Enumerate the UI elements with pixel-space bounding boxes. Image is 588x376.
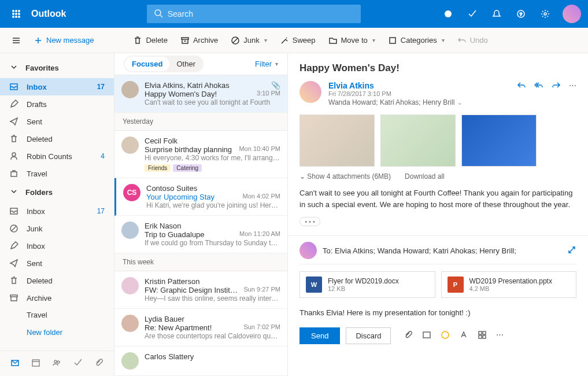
todo-icon[interactable]	[465, 7, 479, 21]
filter-button[interactable]: Filter▾	[255, 60, 278, 68]
undo-button[interactable]: Undo	[453, 34, 493, 47]
category-tag[interactable]: Friends	[145, 164, 171, 172]
message-row[interactable]: Elvia Atkins, Katri Ahokas📎 Happy Women'…	[114, 75, 287, 113]
download-all-link[interactable]: Download all	[405, 172, 445, 180]
sidebar-item-inbox[interactable]: Inbox 17	[0, 202, 114, 220]
sidebar-section-toggle[interactable]: Folders	[0, 182, 114, 202]
chevron-down-icon: ▾	[275, 61, 278, 67]
sidebar-item-drafts[interactable]: Drafts	[0, 95, 114, 113]
sidebar-item-archive[interactable]: Archive	[0, 289, 114, 307]
show-attachments-link[interactable]: ⌄ Show 4 attachments (6MB)	[299, 172, 391, 180]
emoji-icon[interactable]	[441, 330, 450, 341]
sidebar-item-inbox[interactable]: Inbox 17	[0, 78, 114, 95]
settings-icon[interactable]	[538, 7, 552, 21]
svg-rect-31	[32, 360, 39, 366]
search-input[interactable]	[168, 9, 354, 19]
attachment-card[interactable]: W Flyer for WD2019.docx 12 KB	[299, 271, 435, 298]
delete-button[interactable]: Delete	[128, 34, 172, 47]
sender-name[interactable]: Elvia Atkins	[328, 81, 517, 90]
sender-avatar[interactable]	[299, 81, 321, 103]
message-preview: Are those countertops real Caldoveiro qu…	[145, 332, 280, 340]
compose-reply: To: Elvia Atkins; Wanda Howard; Katri Ah…	[288, 235, 588, 352]
sidebar-item-travel[interactable]: Travel	[0, 165, 114, 182]
format-icon[interactable]	[459, 330, 468, 341]
attachment-thumbnail[interactable]	[299, 115, 375, 167]
attachment-size: 12 KB	[328, 285, 399, 292]
chevron-down-icon[interactable]: ▾	[442, 37, 445, 43]
compose-body[interactable]: Thanks Elvia! Here is my presentation fo…	[299, 305, 576, 327]
more-actions-icon[interactable]: ⋯	[569, 81, 576, 106]
todo-module-icon[interactable]	[73, 358, 83, 369]
attach-file-icon[interactable]	[404, 330, 413, 341]
insert-picture-icon[interactable]	[422, 330, 431, 341]
message-row[interactable]: Cecil Folk Surprise birthday planningMon…	[114, 131, 287, 178]
mail-module-icon[interactable]	[10, 358, 20, 369]
help-icon[interactable]: ?	[514, 7, 528, 21]
chevron-down-icon[interactable]: ▾	[372, 37, 375, 43]
top-bar: Outlook S ?	[0, 0, 588, 28]
skype-icon[interactable]: S	[441, 7, 455, 21]
message-row[interactable]: Erik Nason Trip to GuadalupeMon 11:20 AM…	[114, 216, 287, 253]
attachment-card[interactable]: P WD2019 Presentation.pptx 4.2 MB	[441, 271, 577, 298]
attachment-thumbnail[interactable]	[380, 115, 456, 167]
reply-icon[interactable]	[517, 81, 526, 106]
delete-icon	[9, 134, 19, 143]
svg-rect-24	[390, 38, 395, 43]
move-to-button[interactable]: Move to▾	[324, 34, 380, 47]
calendar-module-icon[interactable]	[31, 358, 40, 369]
svg-point-8	[19, 16, 20, 17]
message-row[interactable]: Lydia Bauer Re: New Apartment!Sun 7:02 P…	[114, 309, 287, 346]
sweep-button[interactable]: Sweep	[275, 34, 320, 47]
tab-focused[interactable]: Focused	[125, 57, 169, 71]
hamburger-icon[interactable]	[7, 34, 25, 47]
date-group-header: Yesterday	[114, 113, 287, 131]
archive-button[interactable]: Archive	[176, 34, 223, 47]
sidebar-section-toggle[interactable]: Favorites	[0, 58, 114, 78]
user-avatar[interactable]	[563, 5, 581, 23]
sidebar-item-deleted[interactable]: Deleted	[0, 272, 114, 289]
chevron-down-icon[interactable]: ▾	[264, 37, 267, 43]
more-compose-icon[interactable]: ⋯	[496, 330, 504, 341]
compose-to-field[interactable]: To: Elvia Atkins; Wanda Howard; Katri Ah…	[323, 246, 561, 255]
category-tag[interactable]: Catering	[173, 164, 202, 172]
attachment-thumbnail[interactable]	[461, 115, 537, 167]
message-subject: Surprise birthday planning	[145, 145, 232, 154]
reply-all-icon[interactable]	[534, 81, 543, 106]
sidebar-item-label: Travel	[27, 311, 105, 319]
sidebar-item-sent[interactable]: Sent	[0, 255, 114, 272]
message-preview: Hi Katri, we're glad you're joining us! …	[146, 201, 280, 209]
message-row[interactable]: Kristin Patterson FW: Graphic Design Ins…	[114, 271, 287, 309]
sidebar-item-junk[interactable]: Junk	[0, 220, 114, 237]
archive-icon	[9, 293, 19, 303]
tab-other[interactable]: Other	[169, 57, 202, 71]
expand-recipients-icon[interactable]: ⌄	[457, 98, 463, 106]
new-message-button[interactable]: New message	[29, 34, 98, 47]
travel-icon	[9, 169, 19, 178]
forward-icon[interactable]	[552, 81, 561, 106]
send-button[interactable]: Send	[299, 327, 340, 344]
message-row[interactable]: Carlos Slattery	[114, 346, 287, 376]
sidebar-item-travel[interactable]: Travel	[0, 307, 114, 323]
sidebar-item-robin-counts[interactable]: Robin Counts 4	[0, 148, 114, 165]
sidebar-item-inbox[interactable]: Inbox	[0, 237, 114, 255]
sidebar-item-label: Travel	[27, 169, 105, 178]
message-preview: If we could go from Thursday to Sunday t…	[145, 239, 280, 247]
show-trimmed-button[interactable]: • • •	[299, 217, 320, 226]
junk-button[interactable]: Junk▾	[226, 34, 271, 47]
notifications-icon[interactable]	[490, 7, 504, 21]
sidebar-item-deleted[interactable]: Deleted	[0, 130, 114, 148]
discard-button[interactable]: Discard	[346, 327, 391, 344]
addins-icon[interactable]	[478, 330, 487, 341]
search-box[interactable]	[147, 5, 361, 23]
sidebar-item-sent[interactable]: Sent	[0, 113, 114, 130]
svg-point-2	[19, 10, 20, 12]
message-row[interactable]: CS Contoso Suites Your Upcoming StayMon …	[114, 178, 287, 216]
new-folder-link[interactable]: New folder	[0, 323, 114, 341]
people-module-icon[interactable]	[52, 358, 61, 369]
expand-compose-icon[interactable]	[567, 245, 576, 256]
attach-module-icon[interactable]	[94, 358, 103, 369]
unread-count: 17	[97, 83, 105, 91]
app-launcher-icon[interactable]	[7, 5, 25, 23]
svg-rect-29	[10, 295, 17, 297]
categories-button[interactable]: Categories▾	[383, 34, 449, 47]
